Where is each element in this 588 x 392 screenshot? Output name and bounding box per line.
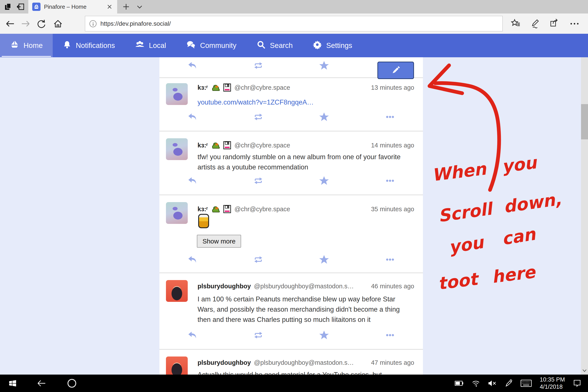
volume-muted-icon[interactable] xyxy=(488,380,496,387)
display-name[interactable]: kз:ʳ xyxy=(198,84,208,91)
display-name[interactable]: plsburydoughboy xyxy=(198,283,251,290)
more-dots-icon[interactable] xyxy=(357,176,423,186)
tab-title: Pinafore – Home xyxy=(44,4,102,10)
close-tab-icon[interactable] xyxy=(106,3,113,10)
compose-toot-button[interactable] xyxy=(378,62,414,79)
nav-tab-notifications[interactable]: Notifications xyxy=(53,34,125,57)
account-handle[interactable]: @plsburydoughboy@mastodon.s… xyxy=(254,283,354,290)
browser-command-bar: https://dev.pinafore.social/ xyxy=(0,14,588,34)
reply-icon[interactable] xyxy=(160,254,226,265)
boost-icon[interactable] xyxy=(226,112,292,122)
clock-time: 10:35 PM xyxy=(540,376,565,383)
nav-tab-home[interactable]: Home xyxy=(0,34,53,57)
avatar[interactable] xyxy=(166,356,188,374)
reply-icon[interactable] xyxy=(160,60,226,71)
nav-label: Local xyxy=(149,42,166,50)
toot-link[interactable]: youtube.com/watch?v=1ZCF8ngqeA… xyxy=(198,98,314,106)
scrollbar-down-icon[interactable] xyxy=(581,368,588,373)
toot-content: Actually this would be good material for… xyxy=(198,370,414,374)
refresh-icon[interactable] xyxy=(36,18,47,30)
reply-icon[interactable] xyxy=(160,112,226,122)
wifi-icon[interactable] xyxy=(472,380,480,387)
timestamp[interactable]: 13 minutes ago xyxy=(367,84,414,91)
forward-icon[interactable] xyxy=(20,18,31,30)
more-dots-icon[interactable] xyxy=(357,254,423,265)
address-bar[interactable]: https://dev.pinafore.social/ xyxy=(85,16,503,31)
scrollbar[interactable] xyxy=(581,57,588,374)
display-name[interactable]: kз:ʳ xyxy=(198,142,208,149)
url-text[interactable]: https://dev.pinafore.social/ xyxy=(100,20,171,27)
boost-icon[interactable] xyxy=(226,176,292,186)
favorite-star-icon[interactable] xyxy=(291,60,357,71)
new-tab-icon[interactable] xyxy=(121,2,131,12)
account-handle[interactable]: @chr@cybre.space xyxy=(234,84,290,91)
clock[interactable]: 10:35 PM 4/1/2018 xyxy=(540,376,565,390)
taskbar-back-button[interactable] xyxy=(33,374,50,392)
account-handle[interactable]: @plsburydoughboy@mastodon.s… xyxy=(254,359,354,366)
display-name[interactable]: kз:ʳ xyxy=(198,206,208,213)
home-icon[interactable] xyxy=(52,18,64,30)
bell-icon xyxy=(63,40,72,51)
boost-icon[interactable] xyxy=(226,330,292,340)
dragon-emoji xyxy=(211,83,220,92)
nav-tab-settings[interactable]: Settings xyxy=(303,34,362,57)
pinafore-nav-bar: Home Notifications Local Community Searc… xyxy=(0,34,588,57)
timestamp[interactable]: 35 minutes ago xyxy=(367,206,414,213)
avatar[interactable] xyxy=(166,83,188,105)
toot: plsburydoughboy @plsburydoughboy@mastodo… xyxy=(160,350,423,374)
timestamp[interactable]: 47 minutes ago xyxy=(367,359,414,366)
toot-content: youtube.com/watch?v=1ZCF8ngqeA… xyxy=(198,97,414,107)
avatar[interactable] xyxy=(166,280,188,302)
boost-icon[interactable] xyxy=(226,254,292,265)
windows-ink-pen-icon[interactable] xyxy=(504,379,513,388)
reply-icon[interactable] xyxy=(160,176,226,186)
nav-tab-local[interactable]: Local xyxy=(125,34,176,57)
site-info-icon[interactable] xyxy=(90,20,96,27)
clock-date: 4/1/2018 xyxy=(540,383,565,390)
nav-tab-community[interactable]: Community xyxy=(176,34,246,57)
timestamp[interactable]: 46 minutes ago xyxy=(367,283,414,290)
settings-more-icon[interactable] xyxy=(569,18,580,30)
account-handle[interactable]: @chr@cybre.space xyxy=(234,142,290,149)
favorite-star-icon[interactable] xyxy=(291,330,357,340)
back-icon[interactable] xyxy=(4,18,16,30)
floppy-disk-emoji xyxy=(223,205,232,214)
nav-label: Home xyxy=(24,42,43,50)
tabs-set-aside-list-icon[interactable] xyxy=(14,0,27,14)
floppy-disk-emoji xyxy=(223,83,232,92)
battery-icon[interactable] xyxy=(455,380,464,386)
cortana-button[interactable] xyxy=(63,374,80,392)
account-handle[interactable]: @chr@cybre.space xyxy=(234,206,290,213)
dragon-emoji xyxy=(211,141,220,150)
more-dots-icon[interactable] xyxy=(357,330,423,340)
scrollbar-thumb[interactable] xyxy=(581,104,588,140)
more-dots-icon[interactable] xyxy=(357,112,423,122)
toot: plsburydoughboy @plsburydoughboy@mastodo… xyxy=(160,273,423,350)
web-note-pen-icon[interactable] xyxy=(530,18,541,30)
display-name[interactable]: plsburydoughboy xyxy=(198,359,251,366)
boost-icon[interactable] xyxy=(226,60,292,71)
favorite-star-icon[interactable] xyxy=(291,112,357,122)
avatar[interactable] xyxy=(166,138,188,160)
start-button[interactable] xyxy=(4,374,21,392)
nav-label: Community xyxy=(200,42,236,50)
reply-icon[interactable] xyxy=(160,330,226,340)
favorite-star-icon[interactable] xyxy=(291,176,357,186)
timestamp[interactable]: 14 minutes ago xyxy=(367,142,414,149)
favorites-hub-icon[interactable] xyxy=(510,18,521,30)
speech-bubbles-icon xyxy=(186,40,196,51)
nav-label: Search xyxy=(270,42,293,50)
set-tabs-aside-icon[interactable] xyxy=(2,0,14,14)
browser-tab[interactable]: Pinafore – Home xyxy=(28,0,117,14)
share-icon[interactable] xyxy=(549,18,560,30)
tab-dropdown-icon[interactable] xyxy=(134,2,144,12)
favorite-star-icon[interactable] xyxy=(291,254,357,265)
avatar[interactable] xyxy=(166,202,188,224)
show-more-button[interactable]: Show more xyxy=(197,235,241,248)
touch-keyboard-icon[interactable] xyxy=(520,379,532,388)
toot-content: I am 100 % certain Peanuts merchandise b… xyxy=(198,294,414,325)
action-center-icon[interactable] xyxy=(573,379,582,388)
toot-header: kз:ʳ @chr@cybre.space 35 minutes ago xyxy=(198,205,414,214)
pinafore-favicon xyxy=(32,2,40,11)
nav-tab-search[interactable]: Search xyxy=(246,34,303,57)
